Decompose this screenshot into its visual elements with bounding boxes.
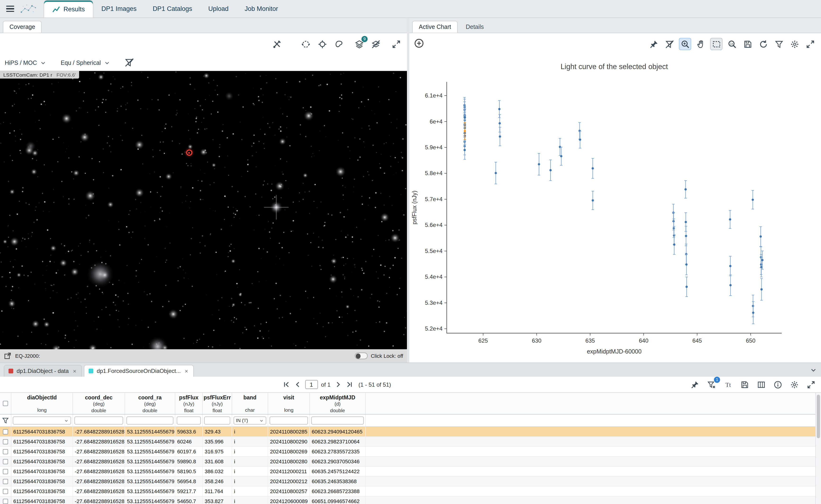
filter-input-coord-ra[interactable] [126,416,173,424]
row-checkbox[interactable] [3,459,8,464]
select-mode-button[interactable] [710,38,723,50]
table-row[interactable]: 611256447031836758-27.6848228891652853.1… [0,477,821,486]
table-row[interactable]: 611256447031836758-27.6848228891652853.1… [0,496,821,504]
row-checkbox[interactable] [3,489,8,494]
next-page-icon[interactable] [334,380,342,389]
table-tab-dp1-diaobject-data[interactable]: dp1.DiaObject - data [4,365,82,377]
filter-input-psffluxerr[interactable] [204,416,230,424]
projection-dropdown[interactable]: Equ / Spherical [61,59,110,66]
cell-psfflux: 54650.7 [175,496,203,504]
top-tab-job-monitor[interactable]: Job Monitor [237,0,286,18]
open-external-icon[interactable] [4,352,11,360]
funnel-icon [774,40,783,49]
first-page-icon[interactable] [282,380,290,389]
column-header-band[interactable]: bandchar [232,393,268,414]
column-header-psfflux[interactable]: psfFlux(nJy)float [175,393,203,414]
funnel-icon[interactable] [2,417,9,424]
polygon-select-button[interactable] [333,38,345,50]
top-tab-dp1-catalogs[interactable]: DP1 Catalogs [145,0,200,18]
column-type: long [284,407,294,413]
row-checkbox[interactable] [3,469,8,474]
table-row[interactable]: 611256447031836758-27.6848228891652853.1… [0,447,821,457]
expand-table-button[interactable] [805,378,817,391]
sky-image-view[interactable]: LSSTComCam: DP1 r FOV:6.6' [0,71,407,349]
select-all-checkbox[interactable] [3,401,8,406]
filter-chart-button[interactable] [773,38,785,50]
restore-chart-button[interactable] [757,38,769,50]
column-options-button[interactable] [755,378,768,391]
table-row[interactable]: 611256447031836758-27.6848228891652853.1… [0,486,821,496]
sky-image[interactable] [0,71,407,349]
table-row[interactable]: 611256447031836758-27.6848228891652853.1… [0,457,821,467]
filter-input-coord-dec[interactable] [74,416,123,424]
table-row[interactable]: 611256447031836758-27.6848228891652853.1… [0,427,821,437]
table-row[interactable]: 611256447031836758-27.6848228891652853.1… [0,467,821,477]
last-page-icon[interactable] [345,380,353,389]
row-checkbox[interactable] [3,439,8,444]
filter-input-visit[interactable] [270,416,308,424]
scrollbar-thumb[interactable] [817,395,820,438]
filter-select-diaobjectid[interactable] [13,416,71,424]
column-type: double [330,407,345,413]
column-header-visit[interactable]: visitlong [268,393,310,414]
hips-moc-dropdown[interactable]: HiPS / MOC [5,59,46,66]
pin-chart-button[interactable] [648,38,660,50]
hide-layers-button[interactable] [370,38,382,50]
table-scrollbar[interactable] [815,393,821,504]
filter-cell-psfflux [175,415,203,426]
expand-chart-button[interactable] [804,38,816,50]
clear-filters-button[interactable] [663,38,676,50]
select-all-checkbox-cell [0,393,11,414]
close-tab-icon[interactable] [72,368,77,374]
table-tab-dp1-forcedsourceondiaobject[interactable]: dp1.ForcedSourceOnDiaObject... [84,365,194,377]
tab-details[interactable]: Details [459,21,490,33]
table-tabs-overflow-icon[interactable] [810,366,817,374]
page-number-input[interactable] [305,380,318,389]
filter-input-expmidptmjd[interactable] [311,416,364,424]
layers-button[interactable]: 9 [353,38,365,50]
pan-mode-button[interactable] [695,38,707,50]
column-header-psffluxerr[interactable]: psfFluxErr(nJy)float [203,393,232,414]
zoom-original-button[interactable]: 1x [726,38,738,50]
tab-active-chart[interactable]: Active Chart [412,21,458,33]
table-info-button[interactable] [772,378,784,391]
tools-button[interactable] [271,38,283,50]
row-checkbox[interactable] [3,499,8,504]
zoom-mode-button[interactable] [679,38,691,50]
column-unit: (nJy) [212,401,223,407]
close-tab-icon[interactable] [184,368,189,374]
column-header-expmidptmjd[interactable]: expMidptMJD(d)double [310,393,366,414]
save-table-button[interactable] [739,378,751,391]
cell-band: i [232,496,268,504]
circle-select-button[interactable] [299,38,312,50]
top-tab-dp1-images[interactable]: DP1 Images [93,0,145,18]
column-header-coord-dec[interactable]: coord_dec(deg)double [73,393,125,414]
svg-text:640: 640 [639,337,648,344]
text-view-button[interactable]: Tt [722,378,734,391]
click-lock-toggle[interactable] [355,353,367,359]
clear-table-filters-button[interactable]: 1 [706,378,718,391]
row-checkbox[interactable] [3,449,8,454]
svg-text:625: 625 [478,337,488,344]
row-checkbox[interactable] [3,429,8,434]
pin-table-button[interactable] [689,378,701,391]
menu-button[interactable] [3,0,17,18]
row-checkbox[interactable] [3,479,8,484]
chart-settings-button[interactable] [788,38,801,50]
top-tab-upload[interactable]: Upload [200,0,237,18]
filter-select-band[interactable]: IN ('i') [234,416,266,424]
light-curve-chart[interactable]: Light curve of the selected object5.2e+4… [409,55,819,363]
add-chart-button[interactable] [414,38,425,50]
filter-input-psfflux[interactable] [177,416,201,424]
coverage-filter-button[interactable] [124,57,135,68]
expand-coverage-button[interactable] [390,38,402,50]
prev-page-icon[interactable] [294,380,302,389]
tab-coverage[interactable]: Coverage [3,21,42,33]
table-settings-button[interactable] [788,378,801,391]
column-header-diaobjectid[interactable]: diaObjectIdlong [11,393,73,414]
column-header-coord-ra[interactable]: coord_ra(deg)double [125,393,175,414]
save-chart-button[interactable] [741,38,754,50]
top-tab-results[interactable]: Results [44,0,93,18]
table-row[interactable]: 611256447031836758-27.6848228891652853.1… [0,437,821,447]
recenter-button[interactable] [316,38,328,50]
